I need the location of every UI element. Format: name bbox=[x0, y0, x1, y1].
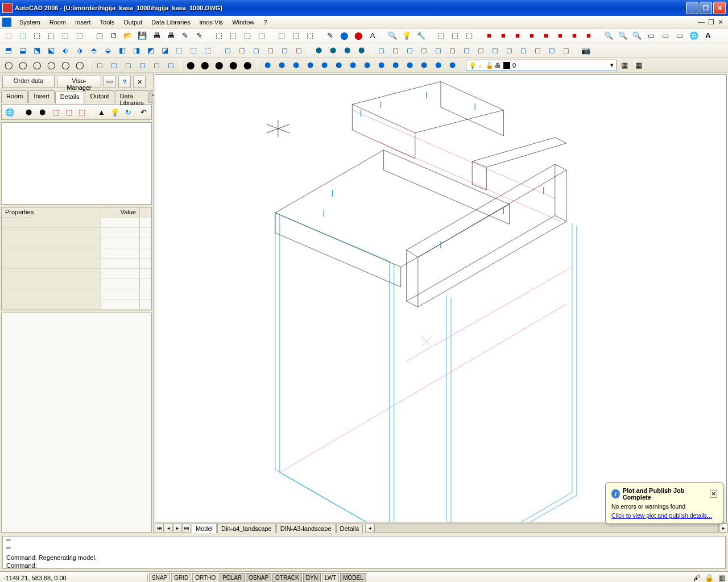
cube-icon[interactable]: ◻ bbox=[432, 44, 444, 57]
layout-tab-a3[interactable]: DIN-A3-landscape bbox=[276, 523, 336, 533]
cube-icon[interactable]: ◻ bbox=[221, 44, 234, 57]
tray-icon[interactable]: ▥ bbox=[715, 572, 728, 583]
zoom-in-icon[interactable]: 🔍 bbox=[602, 30, 615, 42]
cube-icon[interactable]: ◻ bbox=[136, 59, 148, 72]
model-tab[interactable]: Model bbox=[192, 523, 217, 533]
tool-icon[interactable]: ⬚ bbox=[227, 30, 239, 42]
shape-icon[interactable]: ◯ bbox=[31, 59, 43, 72]
up-icon[interactable]: ▲ bbox=[96, 106, 107, 118]
tool-icon[interactable]: ⬢ bbox=[37, 106, 48, 118]
menu-data-libraries[interactable]: Data Libraries bbox=[147, 18, 195, 27]
tab-details[interactable]: Details bbox=[55, 91, 85, 103]
tray-icon[interactable]: 🔒 bbox=[703, 572, 715, 583]
cube-icon[interactable]: ◻ bbox=[278, 44, 291, 57]
last-tab-icon[interactable]: ⏭ bbox=[182, 523, 191, 533]
tool-icon[interactable]: A bbox=[366, 30, 379, 42]
cube-icon[interactable]: ◻ bbox=[264, 44, 276, 57]
shape-icon[interactable]: ◯ bbox=[59, 59, 72, 72]
solid-icon[interactable]: ⬢ bbox=[355, 44, 367, 57]
cube-icon[interactable]: ◻ bbox=[389, 44, 402, 57]
prop-row[interactable] bbox=[2, 289, 151, 300]
cube-icon[interactable]: ◻ bbox=[460, 44, 473, 57]
tool-icon[interactable]: ■ bbox=[483, 30, 495, 42]
solid-icon[interactable]: ⬢ bbox=[312, 44, 325, 57]
tool-icon[interactable]: ▭ bbox=[659, 30, 672, 42]
solid-icon[interactable]: ⬢ bbox=[341, 44, 353, 57]
cube-icon[interactable]: ◻ bbox=[474, 44, 487, 57]
tab-room[interactable]: Room bbox=[1, 90, 28, 103]
globe-icon[interactable]: 🌐 bbox=[4, 106, 15, 118]
layer-combo[interactable]: 💡 ☼ 🔓 🖶 0 ▾ bbox=[466, 60, 617, 71]
solid-icon[interactable]: ⬢ bbox=[446, 59, 458, 72]
view-icon[interactable]: ⬘ bbox=[88, 44, 100, 57]
tool-icon[interactable]: ⬚ bbox=[289, 30, 302, 42]
polar-toggle[interactable]: POLAR bbox=[220, 573, 245, 582]
cube-icon[interactable]: ◻ bbox=[503, 44, 515, 57]
cube-icon[interactable]: ◻ bbox=[489, 44, 501, 57]
cube-icon[interactable]: ◻ bbox=[250, 44, 262, 57]
layer-states-icon[interactable]: ▦ bbox=[632, 59, 645, 72]
tool-icon[interactable]: ⬚ bbox=[213, 30, 225, 42]
new-icon[interactable]: 🗋 bbox=[107, 30, 120, 42]
tool-icon[interactable]: ⬤ bbox=[198, 59, 211, 72]
tool-icon[interactable]: ■ bbox=[540, 30, 552, 42]
tool-icon[interactable]: ⬚ bbox=[50, 106, 61, 118]
tab-output[interactable]: Output bbox=[85, 90, 114, 103]
solid-icon[interactable]: ⬢ bbox=[318, 59, 330, 72]
shape-icon[interactable]: ◯ bbox=[2, 59, 15, 72]
camera-icon[interactable]: 📷 bbox=[580, 44, 592, 57]
tool-icon[interactable]: ⬚ bbox=[255, 30, 268, 42]
solid-icon[interactable]: ⬢ bbox=[261, 59, 274, 72]
prop-row[interactable] bbox=[2, 248, 151, 259]
doc-icon[interactable] bbox=[2, 18, 11, 27]
prop-row[interactable] bbox=[2, 228, 151, 238]
tool-icon[interactable]: ■ bbox=[511, 30, 524, 42]
tool-icon[interactable]: ⬚ bbox=[59, 30, 72, 42]
tool-icon[interactable]: ■ bbox=[568, 30, 581, 42]
view-icon[interactable]: ⬒ bbox=[2, 44, 15, 57]
tool-icon[interactable]: ■ bbox=[497, 30, 510, 42]
cube-icon[interactable]: ◻ bbox=[375, 44, 387, 57]
solid-icon[interactable]: ⬢ bbox=[403, 59, 416, 72]
solid-icon[interactable]: ⬢ bbox=[304, 59, 316, 72]
tool-icon[interactable]: ⬚ bbox=[275, 30, 288, 42]
balloon-details-link[interactable]: Click to view plot and publish details..… bbox=[611, 512, 717, 519]
scroll-left-icon[interactable]: ◂ bbox=[365, 523, 374, 533]
solid-icon[interactable]: ⬢ bbox=[389, 59, 402, 72]
solid-icon[interactable]: ⬢ bbox=[332, 59, 345, 72]
cube-icon[interactable]: ◻ bbox=[517, 44, 530, 57]
panel-close-icon[interactable]: ✕ bbox=[133, 76, 146, 88]
tool-icon[interactable]: ⬤ bbox=[213, 59, 225, 72]
minimize-button[interactable]: _ bbox=[686, 2, 698, 14]
prop-row[interactable] bbox=[2, 238, 151, 248]
menu-insert[interactable]: Insert bbox=[71, 18, 96, 27]
close-button[interactable]: ✕ bbox=[713, 2, 726, 14]
cube-icon[interactable]: ◻ bbox=[446, 44, 458, 57]
grid-toggle[interactable]: GRID bbox=[171, 573, 191, 582]
tool-icon[interactable]: ⬚ bbox=[304, 30, 316, 42]
menu-tools[interactable]: Tools bbox=[96, 18, 119, 27]
solid-icon[interactable]: ⬢ bbox=[326, 44, 339, 57]
menu-room[interactable]: Room bbox=[45, 18, 71, 27]
tool-icon[interactable]: ⬢ bbox=[23, 106, 34, 118]
snap-toggle[interactable]: SNAP bbox=[149, 573, 170, 582]
tool-icon[interactable]: ■ bbox=[554, 30, 566, 42]
cube-icon[interactable]: ◻ bbox=[560, 44, 572, 57]
lwt-toggle[interactable]: LWT bbox=[322, 573, 339, 582]
doc-minimize-button[interactable]: — bbox=[698, 18, 705, 26]
cube-icon[interactable]: ◻ bbox=[545, 44, 558, 57]
view-icon[interactable]: ⬚ bbox=[173, 44, 185, 57]
tool-icon[interactable]: ⬤ bbox=[184, 59, 197, 72]
tool-icon[interactable]: ⬚ bbox=[76, 106, 87, 118]
prev-tab-icon[interactable]: ◂ bbox=[164, 523, 173, 533]
tool-icon[interactable]: ⬤ bbox=[338, 30, 350, 42]
otrack-toggle[interactable]: OTRACK bbox=[272, 573, 302, 582]
cube-icon[interactable]: ◻ bbox=[122, 59, 134, 72]
menu-help[interactable]: ? bbox=[259, 18, 271, 27]
order-data-button[interactable]: Order data bbox=[2, 76, 55, 88]
zoom-icon[interactable]: 🔍 bbox=[631, 30, 643, 42]
help-icon[interactable]: ? bbox=[118, 76, 131, 88]
tool-icon[interactable]: ⬚ bbox=[2, 30, 15, 42]
print-icon[interactable]: 🖶 bbox=[150, 30, 163, 42]
tool-icon[interactable]: ✎ bbox=[324, 30, 336, 42]
